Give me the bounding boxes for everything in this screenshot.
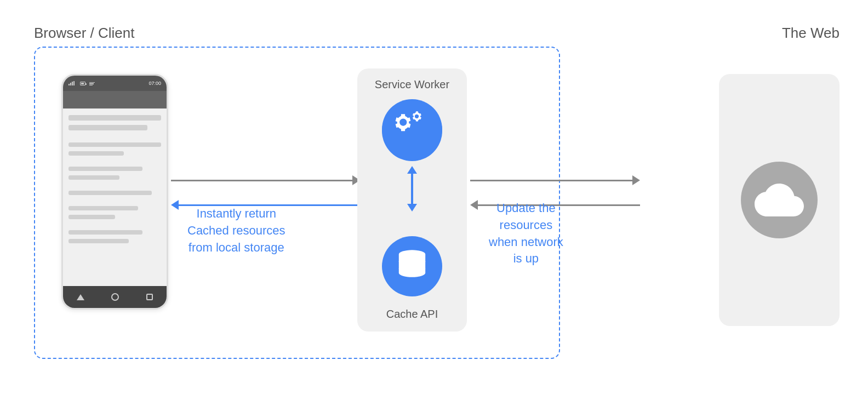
web-label: The Web (782, 25, 840, 42)
diagram-container: Browser / Client The Web (18, 14, 850, 386)
phone-nav-bar (63, 286, 167, 308)
cache-api-label: Cache API (386, 308, 438, 321)
phone-toolbar (63, 91, 167, 108)
phone-status-bar: 07:00 (63, 76, 167, 91)
service-worker-label: Service Worker (375, 78, 449, 91)
web-to-sw-arrow-head (470, 200, 478, 210)
gears-svg (382, 99, 442, 159)
svg-point-0 (382, 99, 442, 159)
browser-client-label: Browser / Client (34, 25, 135, 42)
phone-to-sw-arrow (171, 175, 360, 185)
svg-point-8 (399, 268, 425, 277)
update-the-label: Update the resources when network is up (489, 200, 563, 267)
phone-time: 07:00 (149, 81, 161, 86)
sw-to-web-arrow (470, 175, 640, 185)
instantly-return-label: Instantly return Cached resources from l… (187, 205, 285, 256)
cloud-icon (741, 162, 818, 238)
phone-content (63, 108, 167, 250)
phone-mockup: 07:00 (61, 74, 168, 310)
phone-signal-icons (68, 81, 95, 85)
cache-icon (382, 236, 442, 296)
sw-to-web-arrow-head (632, 175, 640, 185)
web-box (719, 74, 840, 326)
vertical-double-arrow (407, 166, 417, 212)
arrow-head-left (171, 200, 179, 210)
service-worker-box: Service Worker (357, 68, 467, 332)
